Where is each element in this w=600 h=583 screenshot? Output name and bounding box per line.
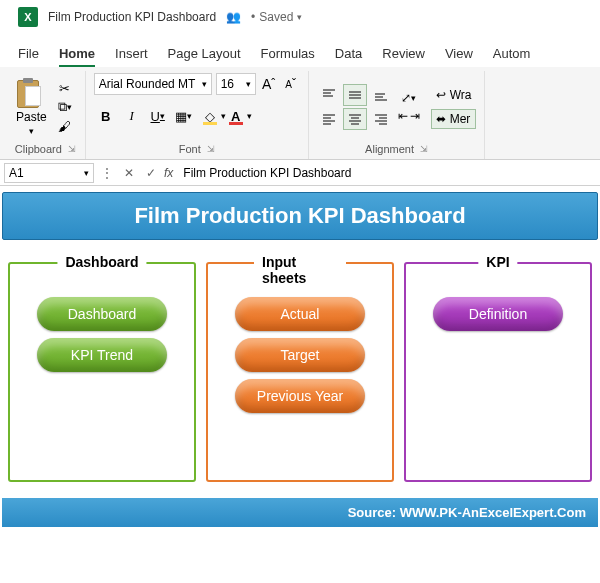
- underline-button[interactable]: U▾: [146, 105, 170, 127]
- alignment-group-label: Alignment: [365, 143, 414, 155]
- merge-center-button[interactable]: ⬌Mer: [431, 109, 477, 129]
- align-right-button[interactable]: [369, 108, 393, 130]
- enter-formula-button[interactable]: ✓: [142, 163, 160, 183]
- align-top-button[interactable]: [317, 84, 341, 106]
- card-title: Input sheets: [254, 254, 346, 286]
- bold-button[interactable]: B: [94, 105, 118, 127]
- tab-data[interactable]: Data: [335, 46, 362, 67]
- card-dashboard: DashboardDashboardKPI Trend: [8, 262, 196, 482]
- card-title: Dashboard: [57, 254, 146, 270]
- wrap-icon: ↩: [436, 88, 446, 102]
- tab-formulas[interactable]: Formulas: [261, 46, 315, 67]
- pill-target[interactable]: Target: [235, 338, 365, 372]
- paste-button[interactable]: Paste ▾: [14, 76, 49, 138]
- tab-file[interactable]: File: [18, 46, 39, 67]
- tab-home[interactable]: Home: [59, 46, 95, 67]
- tab-page-layout[interactable]: Page Layout: [168, 46, 241, 67]
- wrap-label: Wra: [450, 88, 472, 102]
- tab-insert[interactable]: Insert: [115, 46, 148, 67]
- pill-definition[interactable]: Definition: [433, 297, 563, 331]
- cut-button[interactable]: ✂: [55, 80, 75, 97]
- fx-label[interactable]: fx: [164, 166, 173, 180]
- formula-value[interactable]: Film Production KPI Dashboard: [177, 166, 351, 180]
- card-kpi: KPIDefinition: [404, 262, 592, 482]
- clipboard-group-label: Clipboard: [15, 143, 62, 155]
- card-title: KPI: [478, 254, 517, 270]
- pill-kpi-trend[interactable]: KPI Trend: [37, 338, 167, 372]
- font-name-value: Arial Rounded MT: [99, 77, 196, 91]
- tab-review[interactable]: Review: [382, 46, 425, 67]
- tab-autom[interactable]: Autom: [493, 46, 531, 67]
- font-size-value: 16: [221, 77, 234, 91]
- orientation-button[interactable]: ⤢▾: [397, 90, 421, 106]
- footer-source: Source: WWW.PK-AnExcelExpert.Com: [2, 498, 598, 527]
- italic-button[interactable]: I: [120, 105, 144, 127]
- fill-color-button[interactable]: ◇▾: [198, 105, 222, 127]
- align-left-button[interactable]: [317, 108, 341, 130]
- share-icon[interactable]: 👥: [226, 10, 241, 24]
- card-input-sheets: Input sheetsActualTargetPrevious Year: [206, 262, 394, 482]
- name-box-value: A1: [9, 166, 24, 180]
- cancel-formula-button[interactable]: ✕: [120, 163, 138, 183]
- paste-label: Paste: [16, 110, 47, 124]
- pill-dashboard[interactable]: Dashboard: [37, 297, 167, 331]
- chevron-down-icon: ▾: [297, 12, 302, 22]
- font-group-label: Font: [179, 143, 201, 155]
- increase-font-button[interactable]: Aˆ: [260, 73, 278, 95]
- chevron-down-icon[interactable]: ▾: [29, 126, 34, 136]
- font-name-select[interactable]: Arial Rounded MT▾: [94, 73, 212, 95]
- formula-more-icon[interactable]: ⋮: [98, 163, 116, 183]
- format-painter-button[interactable]: 🖌: [55, 118, 75, 135]
- align-bottom-button[interactable]: [369, 84, 393, 106]
- save-status-label: Saved: [259, 10, 293, 24]
- align-middle-button[interactable]: [343, 84, 367, 106]
- name-box[interactable]: A1▾: [4, 163, 94, 183]
- wrap-text-button[interactable]: ↩Wra: [431, 85, 477, 105]
- decrease-indent-button[interactable]: ⇤: [397, 108, 409, 124]
- pill-previous-year[interactable]: Previous Year: [235, 379, 365, 413]
- clipboard-launcher-icon[interactable]: ⇲: [68, 144, 76, 154]
- copy-button[interactable]: ⧉▾: [55, 99, 75, 116]
- document-title: Film Production KPI Dashboard: [48, 10, 216, 24]
- decrease-font-button[interactable]: Aˇ: [282, 73, 300, 95]
- merge-icon: ⬌: [436, 112, 446, 126]
- tab-view[interactable]: View: [445, 46, 473, 67]
- font-launcher-icon[interactable]: ⇲: [207, 144, 215, 154]
- font-size-select[interactable]: 16▾: [216, 73, 256, 95]
- excel-logo: X: [18, 7, 38, 27]
- alignment-launcher-icon[interactable]: ⇲: [420, 144, 428, 154]
- align-center-button[interactable]: [343, 108, 367, 130]
- pill-actual[interactable]: Actual: [235, 297, 365, 331]
- border-button[interactable]: ▦▾: [172, 105, 196, 127]
- font-color-button[interactable]: A▾: [224, 105, 248, 127]
- increase-indent-button[interactable]: ⇥: [409, 108, 421, 124]
- merge-label: Mer: [450, 112, 471, 126]
- dashboard-banner: Film Production KPI Dashboard: [2, 192, 598, 240]
- paste-icon: [17, 78, 45, 108]
- save-status[interactable]: • Saved ▾: [251, 10, 302, 24]
